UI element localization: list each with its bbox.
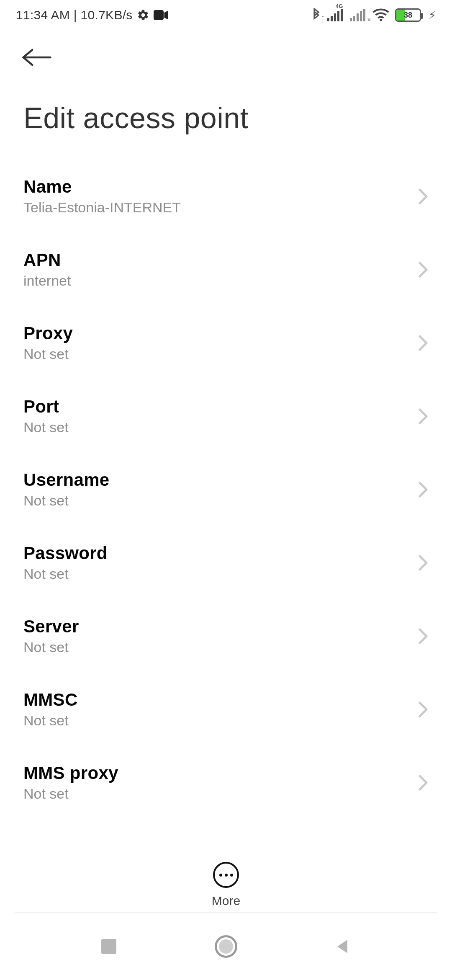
field-proxy[interactable]: ProxyNot set: [23, 307, 429, 380]
triangle-left-icon: [335, 938, 352, 955]
chevron-right-icon: [418, 261, 429, 278]
dots-icon: [219, 874, 222, 877]
field-value: Not set: [23, 786, 118, 802]
more-button[interactable]: [213, 862, 239, 888]
field-value: Not set: [23, 346, 73, 362]
gear-icon: [137, 9, 149, 21]
svg-point-1: [380, 19, 382, 21]
field-label: Username: [23, 470, 110, 490]
chevron-right-icon: [418, 701, 429, 718]
wifi-icon: [372, 8, 389, 22]
field-mmsc[interactable]: MMSCNot set: [23, 673, 429, 746]
field-label: MMS proxy: [23, 763, 118, 783]
field-mms-proxy[interactable]: MMS proxyNot set: [23, 746, 429, 820]
bluetooth-icon: [311, 8, 321, 22]
chevron-right-icon: [418, 554, 429, 571]
status-left: 11:34 AM | 10.7KB/s: [16, 8, 169, 22]
square-icon: [101, 939, 116, 954]
circle-icon: [215, 935, 237, 958]
battery-icon: 38: [395, 8, 421, 22]
page-title: Edit access point: [0, 85, 452, 160]
field-value: Not set: [23, 493, 110, 509]
chevron-right-icon: [418, 481, 429, 498]
field-value: internet: [23, 273, 71, 289]
field-value: Not set: [23, 712, 78, 729]
field-value: Not set: [23, 639, 79, 655]
status-right: 4G ↑↓ × 38 ⚡︎: [311, 8, 436, 22]
field-label: Password: [23, 543, 108, 563]
video-icon: [154, 10, 169, 21]
nav-back-button[interactable]: [326, 930, 360, 963]
field-name[interactable]: NameTelia-Estonia-INTERNET: [23, 160, 429, 233]
chevron-right-icon: [418, 774, 429, 791]
system-nav-bar: [0, 913, 452, 980]
cellular-signal-1-icon: 4G ↑↓: [327, 9, 344, 21]
app-bar: [0, 30, 452, 85]
chevron-right-icon: [418, 628, 429, 645]
field-server[interactable]: ServerNot set: [23, 600, 429, 673]
field-list: NameTelia-Estonia-INTERNET APNinternet P…: [0, 160, 452, 820]
nav-home-button[interactable]: [209, 930, 243, 963]
field-label: Port: [23, 397, 69, 417]
field-label: Proxy: [23, 323, 73, 343]
status-bar: 11:34 AM | 10.7KB/s 4G ↑↓ × 38 ⚡︎: [0, 0, 452, 30]
field-label: Server: [23, 616, 79, 637]
more-label: More: [212, 894, 240, 908]
field-label: Name: [23, 177, 181, 197]
cellular-signal-2-icon: ×: [350, 9, 367, 21]
field-apn[interactable]: APNinternet: [23, 233, 429, 307]
charging-icon: ⚡︎: [429, 9, 436, 22]
field-label: APN: [23, 250, 71, 270]
field-password[interactable]: PasswordNot set: [23, 526, 429, 600]
chevron-right-icon: [418, 408, 429, 425]
chevron-right-icon: [418, 188, 429, 205]
arrow-left-icon: [22, 47, 52, 67]
field-value: Not set: [23, 419, 69, 436]
chevron-right-icon: [418, 335, 429, 351]
bottom-action-bar: More: [0, 862, 452, 908]
nav-recents-button[interactable]: [92, 930, 126, 963]
back-button[interactable]: [20, 41, 54, 74]
svg-rect-0: [154, 10, 164, 20]
field-username[interactable]: UsernameNot set: [23, 453, 429, 526]
status-time: 11:34 AM | 10.7KB/s: [16, 8, 133, 22]
field-value: Telia-Estonia-INTERNET: [23, 199, 181, 216]
field-label: MMSC: [23, 690, 78, 710]
field-port[interactable]: PortNot set: [23, 380, 429, 453]
field-value: Not set: [23, 566, 108, 582]
